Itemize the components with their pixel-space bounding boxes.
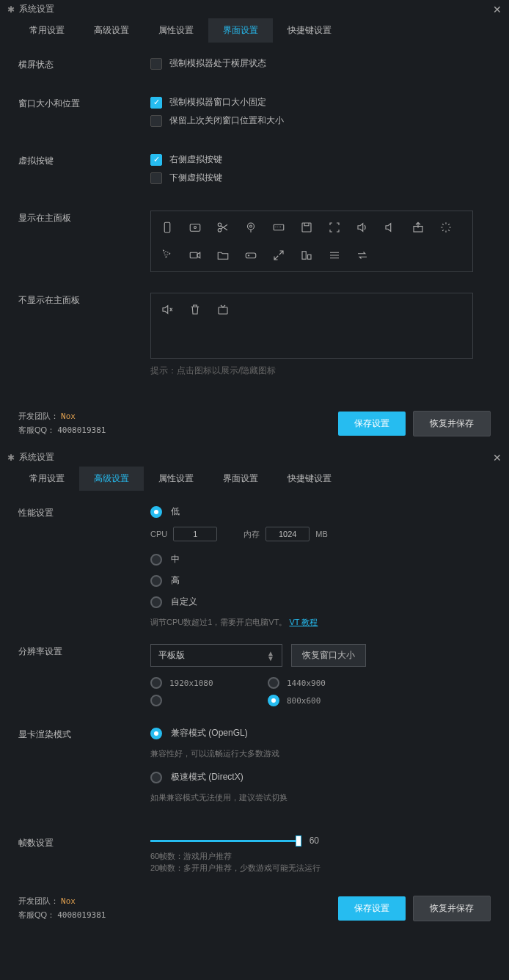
save-button[interactable]: 保存设置: [338, 412, 406, 436]
mem-label: 内存: [243, 529, 260, 540]
fullscreen-icon[interactable]: [327, 220, 342, 235]
menu-icon[interactable]: [327, 248, 342, 263]
tab-shortcut[interactable]: 快捷键设置: [273, 18, 346, 43]
fps-slider-thumb[interactable]: [296, 835, 301, 846]
footer-info: 开发团队： Nox 客服QQ： 4008019381: [18, 894, 331, 922]
camera-icon[interactable]: [188, 220, 202, 235]
hint-text: 提示：点击图标以展示/隐藏图标: [150, 365, 491, 377]
sync-icon[interactable]: [355, 248, 370, 263]
label-performance: 性能设置: [18, 505, 150, 519]
vt-tutorial-link[interactable]: VT 教程: [289, 618, 318, 626]
svg-rect-14: [219, 307, 227, 314]
res-800-label: 800x600: [287, 696, 321, 706]
location-icon[interactable]: [243, 220, 258, 235]
resolution-mode-select[interactable]: 平板版 ▲▼: [150, 644, 282, 667]
footer: 开发团队： Nox 客服QQ： 4008019381 保存设置 恢复并保存: [0, 887, 509, 933]
gamepad-icon[interactable]: [243, 248, 258, 263]
reset-window-size-button[interactable]: 恢复窗口大小: [291, 644, 366, 667]
label-show-panel: 显示在主面板: [18, 211, 150, 224]
keyboard-icon[interactable]: [271, 220, 286, 235]
label-hide-panel: 不显示在主面板: [18, 293, 150, 307]
checkbox-force-landscape-label: 强制模拟器处于横屏状态: [169, 57, 266, 70]
svg-point-5: [248, 223, 254, 230]
checkbox-remember-pos[interactable]: [150, 115, 162, 127]
svg-rect-0: [164, 222, 170, 233]
radio-gpu-directx[interactable]: [150, 772, 162, 783]
checkbox-force-landscape[interactable]: [150, 58, 162, 70]
gear-icon: ✱: [7, 4, 15, 15]
res-1440-label: 1440x900: [287, 679, 326, 688]
loading-icon[interactable]: [439, 220, 453, 235]
close-icon[interactable]: ✕: [493, 452, 502, 464]
shown-icons-grid: [150, 211, 473, 272]
restore-button[interactable]: 恢复并保存: [413, 411, 491, 436]
tab-common[interactable]: 常用设置: [15, 18, 79, 43]
share-icon[interactable]: [411, 220, 425, 235]
radio-res-1920[interactable]: [150, 677, 162, 689]
mem-input[interactable]: [266, 527, 310, 541]
perf-note: 调节CPU数超过1，需要开启电脑VT。: [150, 618, 287, 626]
video-icon[interactable]: [188, 248, 202, 263]
volume-up-icon[interactable]: [355, 220, 370, 235]
svg-rect-10: [190, 252, 197, 258]
radio-perf-high[interactable]: [150, 575, 162, 587]
svg-point-2: [194, 227, 197, 229]
radio-res-1440[interactable]: [268, 677, 279, 689]
label-resolution: 分辨率设置: [18, 644, 150, 658]
save-button[interactable]: 保存设置: [338, 896, 406, 921]
svg-rect-11: [246, 253, 256, 258]
settings-window-advanced: ✱ 系统设置 ✕ 常用设置 高级设置 属性设置 界面设置 快捷键设置 性能设置 …: [0, 448, 509, 933]
dock-icon[interactable]: [299, 248, 314, 263]
radio-gpu-opengl[interactable]: [150, 728, 162, 739]
svg-rect-13: [308, 255, 312, 259]
radio-perf-custom[interactable]: [150, 596, 162, 608]
footer: 开发团队： Nox 客服QQ： 4008019381 保存设置 恢复并保存: [0, 402, 509, 448]
checkbox-bottom-keys-label: 下侧虚拟按键: [169, 172, 222, 184]
checkbox-fixed-size[interactable]: ✓: [150, 97, 162, 109]
restore-button[interactable]: 恢复并保存: [413, 896, 491, 921]
resolution-mode-value: 平板版: [158, 649, 185, 662]
folder-icon[interactable]: [216, 248, 230, 263]
checkbox-fixed-size-label: 强制模拟器窗口大小固定: [169, 96, 266, 109]
radio-perf-low-label: 低: [171, 505, 180, 518]
save-icon[interactable]: [299, 220, 314, 235]
footer-info: 开发团队： Nox 客服QQ： 4008019381: [18, 409, 331, 437]
tab-ui[interactable]: 界面设置: [208, 18, 273, 43]
cursor-icon[interactable]: [160, 248, 175, 263]
radio-gpu-opengl-label: 兼容模式 (OpenGL): [171, 727, 248, 739]
label-fps: 帧数设置: [18, 835, 150, 849]
phone-icon[interactable]: [160, 220, 175, 235]
checkbox-bottom-keys[interactable]: [150, 172, 162, 184]
trash-icon[interactable]: [188, 302, 202, 317]
radio-perf-mid-label: 中: [171, 553, 180, 566]
cpu-input[interactable]: [173, 527, 217, 541]
tab-ui[interactable]: 界面设置: [208, 467, 273, 491]
checkbox-right-keys[interactable]: ✓: [150, 154, 162, 166]
window-title: 系统设置: [19, 3, 54, 15]
tab-property[interactable]: 属性设置: [144, 467, 208, 491]
svg-rect-7: [274, 224, 284, 230]
settings-window-ui: ✱ 系统设置 ✕ 常用设置 高级设置 属性设置 界面设置 快捷键设置 横屏状态 …: [0, 0, 509, 448]
volume-down-icon[interactable]: [383, 220, 398, 235]
tab-advanced[interactable]: 高级设置: [79, 467, 144, 491]
tab-shortcut[interactable]: 快捷键设置: [273, 467, 346, 491]
scissors-icon[interactable]: [216, 220, 230, 235]
label-landscape: 横屏状态: [18, 57, 150, 71]
window-title: 系统设置: [19, 451, 54, 464]
svg-rect-8: [302, 223, 311, 232]
radio-perf-low[interactable]: [150, 506, 162, 518]
tab-common[interactable]: 常用设置: [15, 467, 79, 491]
tv-icon[interactable]: [216, 302, 230, 317]
tab-advanced[interactable]: 高级设置: [79, 18, 144, 43]
mute-icon[interactable]: [160, 302, 175, 317]
radio-res-800[interactable]: [268, 695, 279, 706]
gpu-opengl-desc: 兼容性好，可以流畅运行大多数游戏: [150, 748, 491, 759]
tab-property[interactable]: 属性设置: [144, 18, 208, 43]
fps-slider[interactable]: [150, 840, 299, 842]
cpu-label: CPU: [150, 530, 167, 538]
checkbox-right-keys-label: 右侧虚拟按键: [169, 153, 222, 166]
radio-perf-mid[interactable]: [150, 554, 162, 566]
expand-icon[interactable]: [271, 248, 286, 263]
close-icon[interactable]: ✕: [493, 4, 502, 15]
radio-res-1280[interactable]: [150, 695, 162, 706]
